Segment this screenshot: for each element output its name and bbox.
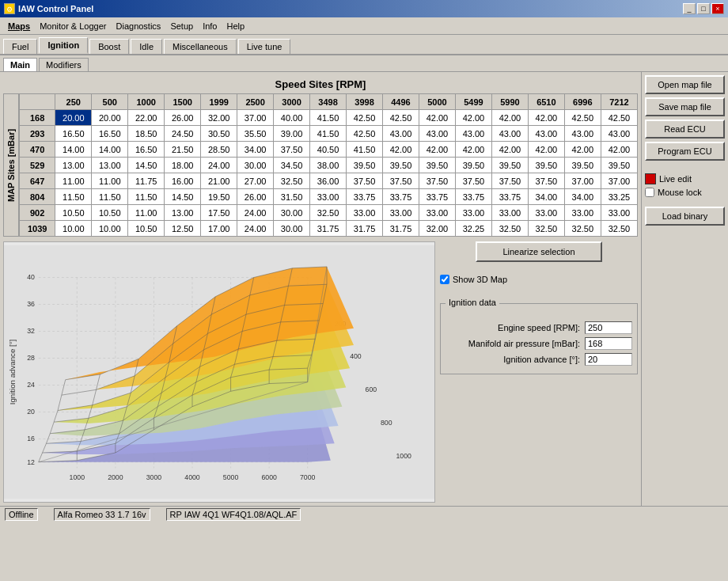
table-row[interactable]: 39.50 <box>419 158 455 173</box>
table-row[interactable]: 18.00 <box>165 158 201 173</box>
table-row[interactable]: 11.00 <box>55 173 92 189</box>
sub-tab-main[interactable]: Main <box>3 58 37 71</box>
tab-miscellaneous[interactable]: Miscellaneous <box>164 39 237 54</box>
table-row[interactable]: 43.00 <box>601 126 637 142</box>
table-row[interactable]: 21.00 <box>201 173 237 189</box>
table-row[interactable]: 34.50 <box>274 158 310 173</box>
table-row[interactable]: 39.50 <box>383 158 419 173</box>
table-row[interactable]: 33.00 <box>528 205 564 221</box>
table-row[interactable]: 32.50 <box>601 221 637 237</box>
table-row[interactable]: 33.75 <box>419 189 455 205</box>
table-row[interactable]: 41.50 <box>310 126 347 142</box>
table-row[interactable]: 33.25 <box>601 189 637 205</box>
table-row[interactable]: 40.00 <box>274 110 310 126</box>
table-row[interactable]: 42.00 <box>491 110 528 126</box>
table-row[interactable]: 10.50 <box>128 221 165 237</box>
table-row[interactable]: 24.00 <box>237 205 274 221</box>
table-row[interactable]: 42.00 <box>419 142 455 158</box>
table-row[interactable]: 17.50 <box>201 205 237 221</box>
table-row[interactable]: 28.50 <box>201 142 237 158</box>
table-row[interactable]: 32.25 <box>455 221 491 237</box>
table-row[interactable]: 37.00 <box>237 110 274 126</box>
table-row[interactable]: 32.50 <box>274 173 310 189</box>
table-row[interactable]: 16.50 <box>128 142 165 158</box>
table-row[interactable]: 26.00 <box>237 189 274 205</box>
table-row[interactable]: 11.50 <box>92 189 128 205</box>
table-row[interactable]: 38.00 <box>310 158 347 173</box>
table-row[interactable]: 39.50 <box>601 158 637 173</box>
table-row[interactable]: 42.50 <box>601 110 637 126</box>
table-row[interactable]: 39.50 <box>528 158 564 173</box>
table-row[interactable]: 42.50 <box>347 126 383 142</box>
table-row[interactable]: 33.00 <box>601 205 637 221</box>
table-row[interactable]: 13.00 <box>55 158 92 173</box>
table-row[interactable]: 31.75 <box>310 221 347 237</box>
table-row[interactable]: 33.00 <box>419 205 455 221</box>
table-row[interactable]: 33.75 <box>347 189 383 205</box>
menu-info[interactable]: Info <box>198 20 222 32</box>
open-map-file-button[interactable]: Open map file <box>645 75 725 94</box>
table-row[interactable]: 37.50 <box>383 173 419 189</box>
linearize-button[interactable]: Linearize selection <box>476 241 602 262</box>
close-button[interactable]: × <box>711 3 724 14</box>
table-row[interactable]: 34.00 <box>237 142 274 158</box>
read-ecu-button[interactable]: Read ECU <box>645 120 725 139</box>
menu-diagnostics[interactable]: Diagnostics <box>112 20 166 32</box>
table-row[interactable]: 43.00 <box>455 126 491 142</box>
table-row[interactable]: 24.50 <box>165 126 201 142</box>
table-row[interactable]: 42.00 <box>491 142 528 158</box>
table-row[interactable]: 33.00 <box>491 205 528 221</box>
table-row[interactable]: 43.00 <box>419 126 455 142</box>
table-row[interactable]: 20.00 <box>92 110 128 126</box>
table-row[interactable]: 11.00 <box>128 205 165 221</box>
table-row[interactable]: 34.00 <box>564 189 601 205</box>
table-row[interactable]: 37.50 <box>491 173 528 189</box>
table-row[interactable]: 42.50 <box>564 110 601 126</box>
tab-fuel[interactable]: Fuel <box>3 39 37 54</box>
table-row[interactable]: 37.50 <box>274 142 310 158</box>
table-row[interactable]: 32.50 <box>310 205 347 221</box>
table-row[interactable]: 14.00 <box>92 142 128 158</box>
table-row[interactable]: 11.50 <box>128 189 165 205</box>
table-row[interactable]: 39.50 <box>455 158 491 173</box>
table-row[interactable]: 30.00 <box>274 205 310 221</box>
table-row[interactable]: 32.50 <box>564 221 601 237</box>
table-row[interactable]: 37.50 <box>347 173 383 189</box>
table-row[interactable]: 43.00 <box>491 126 528 142</box>
table-row[interactable]: 42.00 <box>528 142 564 158</box>
table-row[interactable]: 33.75 <box>455 189 491 205</box>
table-row[interactable]: 17.00 <box>201 221 237 237</box>
table-row[interactable]: 35.50 <box>237 126 274 142</box>
table-row[interactable]: 41.50 <box>347 142 383 158</box>
table-row[interactable]: 42.00 <box>383 142 419 158</box>
sub-tab-modifiers[interactable]: Modifiers <box>39 58 89 71</box>
table-row[interactable]: 27.00 <box>237 173 274 189</box>
menu-monitor[interactable]: Monitor & Logger <box>35 20 111 32</box>
table-row[interactable]: 22.00 <box>128 110 165 126</box>
table-row[interactable]: 31.75 <box>383 221 419 237</box>
table-row[interactable]: 30.50 <box>201 126 237 142</box>
table-row[interactable]: 39.50 <box>564 158 601 173</box>
table-row[interactable]: 33.75 <box>383 189 419 205</box>
table-row[interactable]: 34.00 <box>528 189 564 205</box>
table-row[interactable]: 16.50 <box>92 126 128 142</box>
table-row[interactable]: 12.50 <box>165 221 201 237</box>
table-row[interactable]: 40.50 <box>310 142 347 158</box>
table-row[interactable]: 42.00 <box>601 142 637 158</box>
save-map-file-button[interactable]: Save map file <box>645 97 725 116</box>
table-row[interactable]: 32.50 <box>528 221 564 237</box>
table-row[interactable]: 31.75 <box>347 221 383 237</box>
mouse-lock-checkbox[interactable] <box>645 188 654 197</box>
table-row[interactable]: 30.00 <box>274 221 310 237</box>
table-row[interactable]: 42.50 <box>383 110 419 126</box>
table-row[interactable]: 31.50 <box>274 189 310 205</box>
table-row[interactable]: 30.00 <box>237 158 274 173</box>
table-row[interactable]: 24.00 <box>201 158 237 173</box>
program-ecu-button[interactable]: Program ECU <box>645 142 725 161</box>
table-row[interactable]: 16.50 <box>55 126 92 142</box>
table-row[interactable]: 10.00 <box>92 221 128 237</box>
table-row[interactable]: 39.50 <box>347 158 383 173</box>
ignition-adv-value[interactable] <box>585 353 632 366</box>
show-3d-checkbox[interactable] <box>440 275 449 284</box>
table-row[interactable]: 20.00 <box>55 110 92 126</box>
